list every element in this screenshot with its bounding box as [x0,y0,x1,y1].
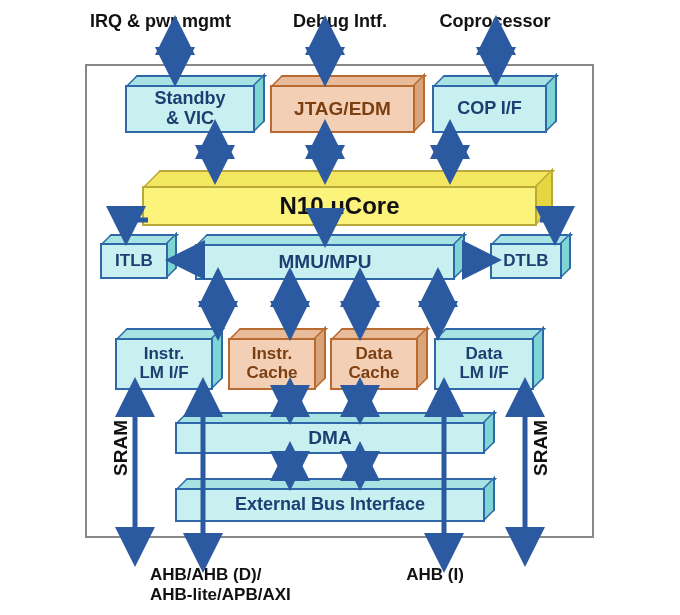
chip-boundary [85,64,594,538]
text: Data [348,345,399,364]
text: LM I/F [139,364,188,383]
block-instrlm: Instr.LM I/F [115,338,213,390]
block-mmu: MMU/MPU [195,244,455,280]
text: COP I/F [457,99,522,119]
block-core: N10 μCore [142,186,537,226]
block-itlb: ITLB [100,243,168,279]
text: MMU/MPU [279,252,372,273]
block-cop: COP I/F [432,85,547,133]
text: Instr. [139,345,188,364]
label-sram-right: SRAM [530,420,552,476]
block-ext: External Bus Interface [175,488,485,522]
text: JTAG/EDM [294,99,391,120]
text: DTLB [503,252,548,271]
text: External Bus Interface [235,495,425,515]
text: Instr. [246,345,297,364]
label-sram-left: SRAM [110,420,132,476]
text: & VIC [154,109,225,129]
text: N10 μCore [279,193,399,219]
block-dma: DMA [175,422,485,454]
label-ahb-i: AHB (I) [380,565,490,585]
label-cop: Coprocessor [420,11,570,32]
block-dcache: DataCache [330,338,418,390]
text: Standby [154,89,225,109]
block-icache: Instr.Cache [228,338,316,390]
text: DMA [308,428,351,449]
block-dtlb: DTLB [490,243,562,279]
text: LM I/F [459,364,508,383]
diagram-canvas: IRQ & pwr mgmt Debug Intf. Coprocessor S… [0,0,680,615]
text: ITLB [115,252,153,271]
label-ahb-d: AHB/AHB (D)/ AHB-lite/APB/AXI [150,565,360,605]
text: Cache [246,364,297,383]
text: Data [459,345,508,364]
text: Cache [348,364,399,383]
block-datalm: DataLM I/F [434,338,534,390]
block-standby: Standby& VIC [125,85,255,133]
block-jtag: JTAG/EDM [270,85,415,133]
label-debug: Debug Intf. [270,11,410,32]
label-irq: IRQ & pwr mgmt [90,11,260,32]
